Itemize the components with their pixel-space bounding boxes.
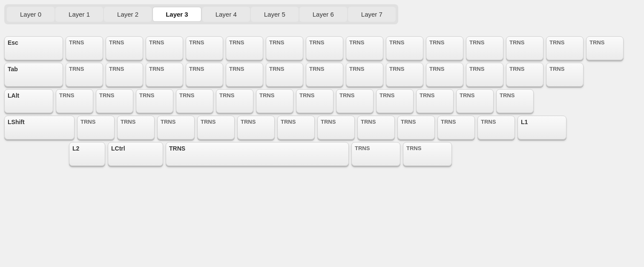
- key-trns-3-2[interactable]: TRNS: [117, 116, 155, 139]
- key-row-4: L2 LCtrl TRNS TRNS TRNS: [69, 142, 640, 166]
- key-trns-0-5[interactable]: TRNS: [226, 36, 263, 60]
- key-trns-3-5[interactable]: TRNS: [237, 116, 275, 139]
- key-trns-2-1[interactable]: TRNS: [56, 89, 93, 113]
- key-row-0: Esc TRNS TRNS TRNS TRNS TRNS TRNS TRNS T…: [4, 36, 640, 60]
- key-trns-2-7[interactable]: TRNS: [296, 89, 334, 113]
- tab-layer5[interactable]: Layer 5: [251, 7, 299, 22]
- key-tab[interactable]: Tab: [4, 63, 63, 87]
- key-trns-0-10[interactable]: TRNS: [426, 36, 463, 60]
- key-trns-3-10[interactable]: TRNS: [437, 116, 475, 139]
- key-l2[interactable]: L2: [69, 142, 105, 166]
- key-trns-3-11[interactable]: TRNS: [477, 116, 515, 139]
- key-trns-0-3[interactable]: TRNS: [146, 36, 183, 60]
- key-trns-0-9[interactable]: TRNS: [386, 36, 423, 60]
- key-trns-3-1[interactable]: TRNS: [77, 116, 115, 139]
- key-trns-4-4[interactable]: TRNS: [403, 142, 452, 166]
- key-trns-0-2[interactable]: TRNS: [106, 36, 143, 60]
- key-trns-3-7[interactable]: TRNS: [317, 116, 355, 139]
- key-trns-2-5[interactable]: TRNS: [216, 89, 253, 113]
- key-trns-1-8[interactable]: TRNS: [346, 63, 383, 87]
- key-trns-0-8[interactable]: TRNS: [346, 36, 383, 60]
- key-trns-1-4[interactable]: TRNS: [186, 63, 223, 87]
- key-trns-1-2[interactable]: TRNS: [106, 63, 143, 87]
- key-trns-1-1[interactable]: TRNS: [66, 63, 103, 87]
- key-trns-0-13[interactable]: TRNS: [546, 36, 584, 60]
- tab-layer3[interactable]: Layer 3: [152, 7, 201, 22]
- key-trns-0-4[interactable]: TRNS: [186, 36, 223, 60]
- tab-layer7[interactable]: Layer 7: [348, 7, 396, 22]
- key-row-3: LShift TRNS TRNS TRNS TRNS TRNS TRNS TRN…: [4, 116, 640, 139]
- key-trns-0-7[interactable]: TRNS: [306, 36, 343, 60]
- key-trns-1-9[interactable]: TRNS: [386, 63, 423, 87]
- key-trns-0-11[interactable]: TRNS: [466, 36, 503, 60]
- key-trns-2-2[interactable]: TRNS: [96, 89, 133, 113]
- key-trns-4-3[interactable]: TRNS: [351, 142, 400, 166]
- tabs-container: Layer 0 Layer 1 Layer 2 Layer 3 Layer 4 …: [4, 4, 398, 24]
- key-trns-1-6[interactable]: TRNS: [266, 63, 303, 87]
- key-trns-3-6[interactable]: TRNS: [277, 116, 315, 139]
- key-trns-2-3[interactable]: TRNS: [136, 89, 173, 113]
- key-trns-1-12[interactable]: TRNS: [506, 63, 543, 87]
- key-trns-3-9[interactable]: TRNS: [397, 116, 435, 139]
- key-trns-2-12[interactable]: TRNS: [496, 89, 534, 113]
- key-row-2: LAlt TRNS TRNS TRNS TRNS TRNS TRNS TRNS …: [4, 89, 640, 113]
- key-trns-2-4[interactable]: TRNS: [176, 89, 213, 113]
- key-trns-2-8[interactable]: TRNS: [336, 89, 374, 113]
- tab-layer6[interactable]: Layer 6: [299, 7, 347, 22]
- key-trns-0-6[interactable]: TRNS: [266, 36, 303, 60]
- key-trns-1-7[interactable]: TRNS: [306, 63, 343, 87]
- key-lalt[interactable]: LAlt: [4, 89, 53, 113]
- key-trns-1-10[interactable]: TRNS: [426, 63, 463, 87]
- tab-layer1[interactable]: Layer 1: [55, 7, 103, 22]
- tab-layer0[interactable]: Layer 0: [7, 7, 55, 22]
- key-trns-2-10[interactable]: TRNS: [416, 89, 454, 113]
- key-row-1: Tab TRNS TRNS TRNS TRNS TRNS TRNS TRNS T…: [4, 63, 640, 87]
- key-l1[interactable]: L1: [518, 116, 566, 139]
- key-trns-1-11[interactable]: TRNS: [466, 63, 503, 87]
- key-trns-0-12[interactable]: TRNS: [506, 36, 543, 60]
- key-trns-0-1[interactable]: TRNS: [66, 36, 103, 60]
- tab-layer4[interactable]: Layer 4: [202, 7, 250, 22]
- key-lctrl[interactable]: LCtrl: [108, 142, 163, 166]
- key-trns-1-13[interactable]: TRNS: [546, 63, 584, 87]
- key-trns-3-8[interactable]: TRNS: [357, 116, 395, 139]
- keyboard-layout: Esc TRNS TRNS TRNS TRNS TRNS TRNS TRNS T…: [4, 32, 640, 170]
- key-trns-2-9[interactable]: TRNS: [376, 89, 414, 113]
- key-trns-1-3[interactable]: TRNS: [146, 63, 183, 87]
- key-trns-3-3[interactable]: TRNS: [157, 116, 195, 139]
- key-esc[interactable]: Esc: [4, 36, 63, 60]
- key-trns-1-5[interactable]: TRNS: [226, 63, 263, 87]
- key-trns-3-4[interactable]: TRNS: [197, 116, 235, 139]
- key-trns-2-11[interactable]: TRNS: [456, 89, 494, 113]
- key-trns-2-6[interactable]: TRNS: [256, 89, 293, 113]
- key-space-trns[interactable]: TRNS: [166, 142, 349, 166]
- key-lshift[interactable]: LShift: [4, 116, 75, 139]
- tab-layer2[interactable]: Layer 2: [104, 7, 152, 22]
- key-trns-0-14[interactable]: TRNS: [586, 36, 624, 60]
